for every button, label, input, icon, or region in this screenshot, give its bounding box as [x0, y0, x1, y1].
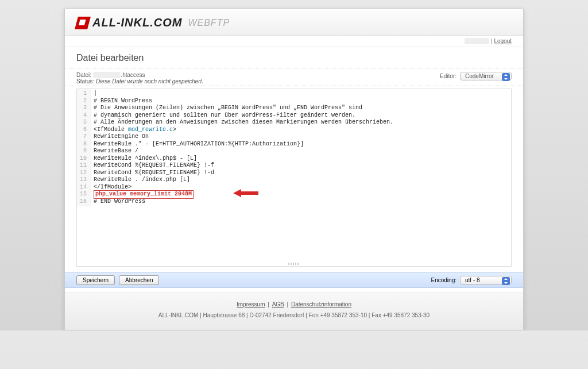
footer-link-agb[interactable]: AGB	[272, 301, 284, 308]
logo-icon	[75, 17, 91, 29]
app-window: ALL-INKL.COM WEBFTP | Logout Datei bearb…	[64, 9, 524, 330]
encoding-dropdown[interactable]: utf - 8	[460, 276, 512, 285]
editor-select-area: Editor: CodeMirror	[440, 72, 512, 80]
footer: Impressum | AGB | Datenschutzinformation…	[65, 293, 523, 330]
brand-text: ALL-INKL.COM	[92, 16, 182, 29]
line-gutter: 12345678910111213141516	[77, 89, 91, 206]
editor-label: Editor:	[440, 73, 457, 79]
save-button[interactable]: Speichern	[76, 275, 115, 285]
encoding-area: Encoding: utf - 8	[431, 276, 512, 285]
file-line: Datei: .htaccess	[76, 72, 203, 78]
encoding-selected-value: utf - 8	[465, 277, 480, 283]
footer-links: Impressum | AGB | Datenschutzinformation	[65, 301, 523, 308]
meta-left: Datei: .htaccess Status: Diese Datei wur…	[76, 72, 203, 84]
file-suffix: .htaccess	[121, 72, 145, 78]
action-bar: Speichern Abbrechen Encoding: utf - 8	[65, 272, 523, 288]
header: ALL-INKL.COM WEBFTP	[65, 9, 523, 36]
status-text: Diese Datei wurde noch nicht gespeichert…	[96, 78, 203, 84]
logout-link[interactable]: Logout	[494, 38, 512, 44]
editor-selected-value: CodeMirror	[465, 73, 494, 79]
code-editor[interactable]: 12345678910111213141516 |# BEGIN WordPre…	[76, 89, 512, 267]
file-name-obscured	[93, 72, 121, 78]
user-label-obscured	[465, 38, 489, 44]
footer-address: ALL-INKL.COM | Hauptstrasse 68 | D-02742…	[65, 312, 523, 318]
encoding-label: Encoding:	[431, 277, 457, 283]
footer-link-impressum[interactable]: Impressum	[237, 301, 265, 308]
page-title: Datei bearbeiten	[65, 47, 523, 68]
editor-dropdown[interactable]: CodeMirror	[460, 72, 512, 80]
status-label: Status:	[76, 78, 94, 84]
dropdown-arrows-icon	[502, 277, 510, 285]
status-line: Status: Diese Datei wurde noch nicht ges…	[76, 78, 203, 84]
topbar: | Logout	[65, 36, 523, 47]
subbrand-text: WEBFTP	[188, 18, 230, 28]
resize-grip-icon[interactable]	[288, 263, 300, 265]
cancel-button[interactable]: Abbrechen	[119, 275, 159, 285]
code-lines[interactable]: |# BEGIN WordPress# Die Anweisungen (Zei…	[91, 89, 396, 206]
action-buttons: Speichern Abbrechen	[76, 275, 161, 285]
meta-bar: Datei: .htaccess Status: Diese Datei wur…	[65, 68, 523, 86]
file-label: Datei:	[76, 72, 91, 78]
footer-link-datenschutz[interactable]: Datenschutzinformation	[291, 301, 351, 308]
dropdown-arrows-icon	[502, 73, 510, 81]
